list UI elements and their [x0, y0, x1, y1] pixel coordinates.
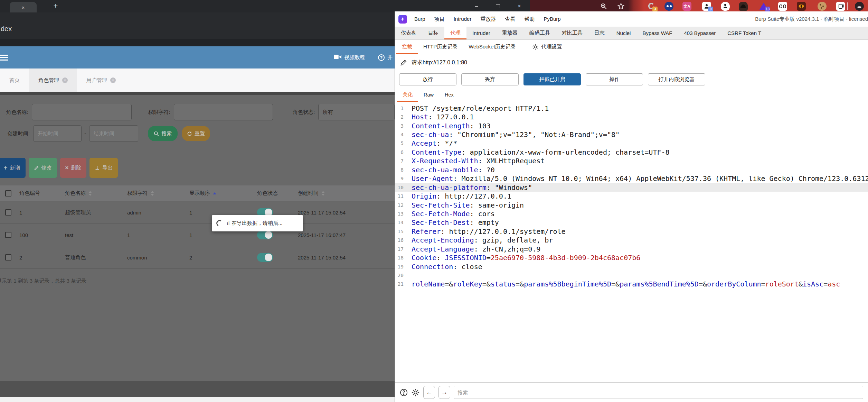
hat-icon[interactable]: [739, 2, 748, 11]
burp-menu-帮助[interactable]: 帮助: [520, 16, 539, 22]
proxy-subtab-websocket历史记录[interactable]: WebSocket历史记录: [463, 40, 521, 54]
new-tab-button[interactable]: +: [50, 1, 61, 11]
question-icon: ?: [378, 54, 385, 61]
prev-match-button[interactable]: ←: [423, 386, 435, 399]
bookmark-star-icon[interactable]: [616, 2, 625, 11]
burp-tab-403-bypasser[interactable]: 403 Bypasser: [678, 27, 722, 39]
puzzle-icon[interactable]: [855, 2, 864, 11]
admin-tab-users[interactable]: 用户管理×: [77, 68, 125, 92]
proxy-subtab-拦截[interactable]: 拦截: [396, 40, 418, 54]
row-checkbox[interactable]: [5, 232, 11, 238]
status-toggle[interactable]: [257, 230, 273, 239]
http-request-editor[interactable]: 1POST /system/role/export HTTP/1.12Host:…: [395, 102, 868, 382]
column-header-label[interactable]: 创建时间: [298, 190, 319, 197]
burp-menu-查看[interactable]: 查看: [500, 16, 520, 22]
search-settings-gear-icon[interactable]: [411, 388, 420, 397]
sort-asc-icon[interactable]: [213, 192, 216, 194]
minimize-button[interactable]: –: [466, 0, 487, 12]
admin-tab-home[interactable]: 首页: [0, 68, 29, 92]
binoculars-icon[interactable]: [778, 2, 787, 11]
row-cell: 2: [187, 255, 254, 261]
forward-button[interactable]: 放行: [399, 73, 456, 85]
burp-tab-代理[interactable]: 代理: [444, 27, 466, 39]
column-header-label[interactable]: 权限字符: [127, 190, 148, 197]
add-button[interactable]: +新增: [0, 158, 26, 178]
kettle-icon[interactable]: [836, 2, 845, 11]
burp-tab-bypass-waf[interactable]: Bypass WAF: [636, 27, 678, 39]
burp-tab-intruder[interactable]: Intruder: [466, 27, 496, 39]
burp-tab-编码工具[interactable]: 编码工具: [523, 27, 556, 39]
open-browser-button[interactable]: 打开内嵌浏览器: [648, 73, 705, 85]
proxy-settings-label: 代理设置: [541, 44, 562, 50]
row-checkbox[interactable]: [5, 254, 11, 261]
cookie-icon[interactable]: [818, 2, 827, 11]
burp-tab-csrf-token-t[interactable]: CSRF Token T: [721, 27, 767, 39]
tab-close-icon[interactable]: ×: [110, 77, 116, 83]
burp-tab-nuclei[interactable]: Nuclei: [611, 27, 637, 39]
sort-icons[interactable]: [321, 191, 325, 196]
goggles-icon[interactable]: [664, 2, 673, 11]
burp-tab-目标[interactable]: 目标: [422, 27, 444, 39]
status-toggle[interactable]: [257, 253, 273, 262]
triangle-icon[interactable]: 13: [759, 2, 768, 11]
spy-icon[interactable]: [721, 2, 730, 11]
burp-menu-intruder[interactable]: Intruder: [449, 16, 476, 22]
video-tutorial-link[interactable]: 视频教程: [334, 54, 365, 61]
role-key-input[interactable]: [174, 104, 273, 120]
help-circle-icon[interactable]: [400, 389, 408, 396]
lock-icon[interactable]: 3: [647, 2, 655, 11]
search-button[interactable]: 搜索: [148, 126, 178, 141]
burp-menu-pyburp[interactable]: PyBurp: [539, 16, 565, 22]
tab-close-icon[interactable]: ×: [62, 77, 68, 83]
burp-menu-项目[interactable]: 项目: [430, 16, 449, 22]
next-match-button[interactable]: →: [438, 386, 450, 399]
burp-tab-日志[interactable]: 日志: [588, 27, 611, 39]
eye-icon[interactable]: [797, 2, 806, 11]
sort-icons[interactable]: [88, 191, 92, 196]
row-checkbox-cell: [0, 232, 17, 238]
delete-button[interactable]: ×删除: [60, 158, 87, 178]
column-header-label[interactable]: 显示顺序: [189, 190, 210, 197]
editor-tab-hex[interactable]: Hex: [439, 88, 459, 102]
editor-tab-美化[interactable]: 美化: [397, 88, 418, 102]
role-status-select[interactable]: 所有: [318, 104, 395, 120]
start-time-input[interactable]: 开始时间: [33, 125, 82, 142]
proxy-subtab-http历史记录[interactable]: HTTP历史记录: [418, 40, 463, 54]
cross-icon: ×: [65, 164, 69, 171]
action-menu-button[interactable]: 操作: [586, 73, 643, 85]
http-line: 5Accept: */*: [395, 139, 868, 148]
editor-tab-raw[interactable]: Raw: [418, 88, 439, 102]
export-button[interactable]: 导出: [89, 158, 118, 178]
role-name-input[interactable]: [32, 104, 132, 120]
role-table: 角色编号角色名称权限字符显示顺序角色状态创建时间 1超级管理员admin1202…: [0, 185, 395, 269]
sort-icons[interactable]: [151, 191, 154, 196]
editor-search-input[interactable]: [454, 386, 863, 399]
row-checkbox[interactable]: [5, 209, 11, 216]
drop-button[interactable]: 丢弃: [461, 73, 519, 85]
reset-button[interactable]: 重置: [182, 126, 210, 141]
menu-toggle-icon[interactable]: [0, 55, 8, 61]
burp-menu-burp[interactable]: Burp: [410, 16, 430, 22]
edit-button[interactable]: 修改: [29, 158, 57, 178]
proxy-settings-button[interactable]: 代理设置: [529, 40, 566, 54]
translate-icon[interactable]: 文A: [682, 2, 691, 11]
tab-close-icon[interactable]: ×: [22, 4, 25, 10]
close-button[interactable]: ×: [509, 0, 530, 12]
help-link[interactable]: ? 开: [378, 54, 393, 61]
end-time-input[interactable]: 结束时间: [89, 125, 138, 142]
intercept-toggle-button[interactable]: 拦截已开启: [523, 73, 581, 85]
line-number: 17: [395, 246, 407, 252]
burp-menu-重放器[interactable]: 重放器: [476, 16, 500, 22]
gear-icon: [532, 44, 539, 50]
zoom-icon[interactable]: [599, 2, 608, 11]
burp-tab-对比工具[interactable]: 对比工具: [556, 27, 588, 39]
toolbar-button-label: 修改: [41, 165, 52, 171]
select-all-checkbox[interactable]: [5, 190, 11, 197]
admin-tab-roles[interactable]: 角色管理×: [29, 68, 77, 92]
maximize-button[interactable]: [487, 0, 509, 12]
burp-tab-重放器[interactable]: 重放器: [496, 27, 523, 39]
burp-tab-仪表盘[interactable]: 仪表盘: [395, 27, 422, 39]
browser-tab[interactable]: ×: [10, 2, 37, 12]
profile-icon[interactable]: 0: [702, 2, 711, 11]
column-header-label[interactable]: 角色名称: [65, 190, 86, 197]
